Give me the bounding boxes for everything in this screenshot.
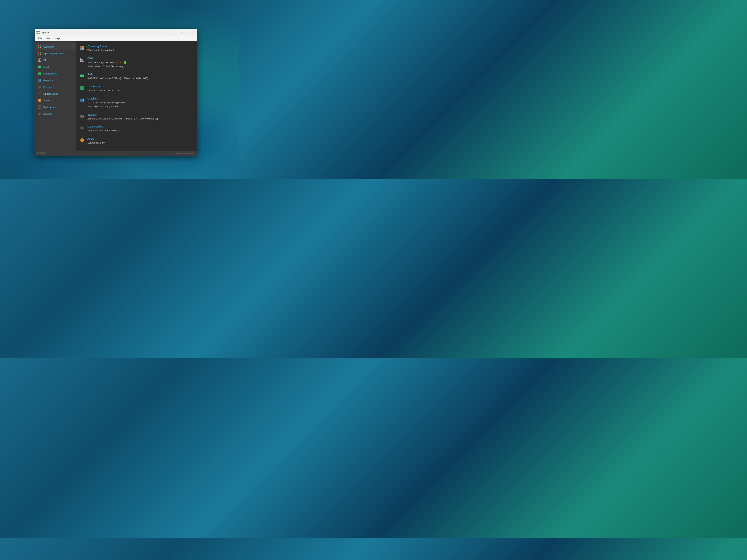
- menu-file[interactable]: File: [36, 36, 44, 41]
- optical-drives-icon: [38, 92, 42, 96]
- sidebar-item-cpu[interactable]: CPU: [35, 57, 76, 63]
- ram-title: RAM: [87, 73, 193, 76]
- sidebar-label-graphics: Graphics: [43, 79, 53, 82]
- sidebar-item-motherboard[interactable]: Motherboard: [35, 70, 76, 77]
- svg-rect-82: [80, 74, 81, 75]
- optical-drives-section-content: Optical Drives No optical disk drives de…: [87, 125, 193, 133]
- motherboard-title: Motherboard: [87, 85, 193, 88]
- sidebar-label-storage: Storage: [43, 86, 52, 88]
- temp-indicator-icon: 🟩: [124, 61, 126, 64]
- menu-bar: File View Help: [35, 36, 197, 41]
- motherboard-icon: [38, 72, 42, 75]
- audio-detail: Synaptics Audio: [87, 141, 193, 145]
- audio-section-content: Audio Synaptics Audio: [87, 137, 193, 145]
- motherboard-detail: LENOVO 20R5A000US (U3E1): [87, 89, 193, 92]
- svg-rect-11: [40, 54, 41, 55]
- svg-rect-26: [38, 66, 41, 68]
- storage-section-icon: [80, 113, 85, 119]
- menu-view[interactable]: View: [44, 36, 53, 41]
- svg-rect-8: [38, 52, 40, 53]
- motherboard-section-content: Motherboard LENOVO 20R5A000US (U3E1): [87, 85, 193, 92]
- os-detail: Windows 11 Home 64-bit: [87, 49, 193, 52]
- sidebar-item-storage[interactable]: Storage: [35, 84, 76, 90]
- sidebar-item-ram[interactable]: RAM: [35, 63, 76, 70]
- svg-rect-48: [38, 87, 40, 87]
- sidebar-item-summary[interactable]: Summary: [35, 43, 76, 50]
- main-panel: Operating System Windows 11 Home 64-bit: [76, 41, 197, 151]
- close-button[interactable]: ✕: [187, 29, 195, 35]
- speccy-window: Speccy — □ ✕ File View Help: [34, 29, 197, 156]
- sidebar-item-operating-system[interactable]: Operating System: [35, 50, 76, 57]
- sidebar-item-network[interactable]: Network: [35, 110, 76, 117]
- storage-title: Storage: [87, 113, 193, 116]
- svg-rect-7: [40, 47, 41, 48]
- check-updates-link[interactable]: Check for updates...: [176, 152, 195, 154]
- graphics-section-content: Graphics LCD 1366x768 (1366x768@60Hz) In…: [87, 97, 193, 109]
- svg-rect-3: [38, 33, 40, 34]
- svg-rect-84: [82, 74, 82, 75]
- sidebar-item-graphics[interactable]: Graphics: [35, 77, 76, 84]
- svg-rect-81: [80, 75, 84, 77]
- svg-rect-90: [83, 77, 83, 77]
- app-icon: [36, 31, 40, 34]
- storage-section-content: Storage 238GB UMIS LENSE40256GMSP34MESTB…: [87, 113, 193, 121]
- section-graphics: Graphics LCD 1366x768 (1366x768@60Hz) In…: [80, 97, 193, 109]
- svg-rect-85: [83, 74, 83, 75]
- sidebar-label-motherboard: Motherboard: [43, 72, 57, 75]
- section-audio: Audio Synaptics Audio: [80, 137, 193, 145]
- cpu-detail: Intel Core i5 @ 1.60GHz 41 °C 🟩 Kaby Lak…: [87, 61, 193, 69]
- svg-rect-60: [38, 112, 41, 114]
- svg-point-54: [40, 100, 40, 101]
- svg-rect-89: [82, 77, 82, 77]
- svg-rect-68: [81, 59, 83, 61]
- svg-rect-88: [81, 77, 82, 77]
- os-icon: [38, 52, 42, 55]
- audio-icon: [38, 99, 42, 102]
- graphics-detail: LCD 1366x768 (1366x768@60Hz) Intel UHD G…: [87, 101, 193, 109]
- section-ram: RAM 8,00GB Dual-Channel DDR4 @ 1330MHz (…: [80, 73, 193, 80]
- graphics-icon: [38, 78, 42, 82]
- svg-rect-5: [40, 45, 41, 47]
- window-controls: — □ ✕: [169, 29, 195, 35]
- sidebar-item-optical-drives[interactable]: Optical Drives: [35, 90, 76, 97]
- svg-rect-1: [38, 31, 40, 32]
- svg-rect-35: [40, 68, 40, 68]
- sidebar-label-peripherals: Peripherals: [43, 106, 56, 109]
- sidebar-item-audio[interactable]: Audio: [35, 97, 76, 104]
- ram-detail: 8,00GB Dual-Channel DDR4 @ 1330MHz (19-1…: [87, 77, 193, 80]
- svg-rect-65: [80, 48, 82, 50]
- cpu-tech: Kaby Lake-U/Y 14nm Technology: [87, 65, 123, 68]
- sidebar-label-ram: RAM: [43, 65, 49, 68]
- os-title: Operating System: [87, 45, 193, 48]
- status-bar: v1.32.803 Check for updates...: [35, 151, 197, 156]
- audio-title: Audio: [87, 137, 193, 140]
- svg-rect-34: [40, 68, 40, 68]
- storage-detail: 238GB UMIS LENSE40256GMSP34MESTB3A (Unkn…: [87, 117, 193, 121]
- version-label: v1.32.803: [37, 152, 46, 154]
- svg-rect-43: [38, 79, 40, 81]
- section-optical-drives: Optical Drives No optical disk drives de…: [80, 125, 193, 133]
- sidebar-label-cpu: CPU: [43, 59, 48, 61]
- section-os: Operating System Windows 11 Home 64-bit: [80, 45, 193, 52]
- os-section-icon: [80, 45, 85, 50]
- menu-help[interactable]: Help: [53, 36, 61, 41]
- maximize-button[interactable]: □: [178, 29, 186, 35]
- svg-point-109: [82, 140, 82, 140]
- svg-rect-30: [40, 65, 40, 66]
- svg-rect-83: [81, 74, 82, 75]
- svg-rect-94: [82, 86, 84, 87]
- section-motherboard: Motherboard LENOVO 20R5A000US (U3E1): [80, 85, 193, 92]
- graphics-title: Graphics: [87, 97, 193, 100]
- svg-rect-6: [38, 47, 40, 48]
- svg-rect-13: [39, 59, 40, 61]
- svg-rect-100: [83, 100, 84, 101]
- cpu-section-icon: [80, 57, 85, 62]
- svg-point-51: [40, 94, 40, 94]
- storage-icon: [38, 85, 42, 89]
- svg-rect-66: [82, 48, 84, 50]
- svg-rect-58: [40, 108, 41, 109]
- minimize-button[interactable]: —: [169, 29, 177, 35]
- sidebar-item-peripherals[interactable]: Peripherals: [35, 104, 76, 110]
- ram-section-content: RAM 8,00GB Dual-Channel DDR4 @ 1330MHz (…: [87, 73, 193, 80]
- svg-rect-28: [39, 65, 39, 66]
